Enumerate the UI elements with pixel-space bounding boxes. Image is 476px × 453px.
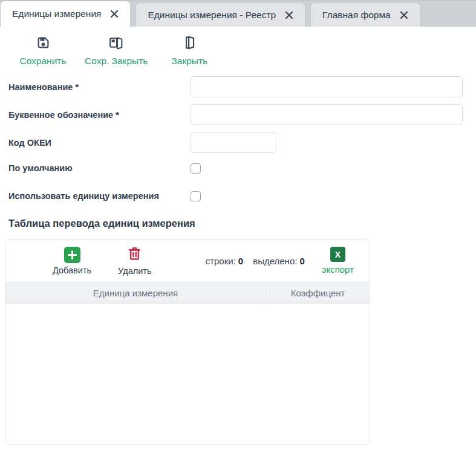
export-button[interactable]: X экспорт	[322, 247, 354, 275]
name-input[interactable]	[191, 76, 463, 97]
save-close-icon	[108, 34, 125, 53]
close-button[interactable]: Закрыть	[166, 34, 213, 67]
tab-label: Единицы измерения	[12, 8, 101, 19]
name-field-label: Наименование *	[8, 82, 191, 92]
selected-counter-value: 0	[299, 256, 304, 266]
grid-body-empty[interactable]	[5, 304, 370, 445]
action-toolbar: Сохранить Сохр. Закрыть Закрыть	[0, 27, 476, 73]
door-close-icon	[181, 34, 198, 53]
tab-bar: Единицы измерения Единицы измерения - Ре…	[0, 0, 476, 27]
tab-label: Единицы измерения - Реестр	[148, 10, 276, 21]
form-row: По умолчанию	[8, 160, 463, 177]
default-checkbox[interactable]	[191, 163, 201, 174]
tab-units-registry[interactable]: Единицы измерения - Реестр	[135, 2, 305, 27]
export-button-label: экспорт	[322, 264, 354, 275]
plus-icon	[64, 247, 80, 263]
grid-toolbar: Добавить Удалить строки:0 выделено:0 X	[5, 240, 370, 282]
add-row-button[interactable]: Добавить	[53, 247, 91, 275]
use-unit-checkbox[interactable]	[191, 191, 201, 201]
close-icon[interactable]	[400, 11, 408, 19]
okei-code-field-label: Код ОКЕИ	[8, 138, 191, 148]
save-button[interactable]: Сохранить	[19, 34, 67, 67]
letter-designation-input[interactable]	[191, 104, 463, 125]
rows-counter: строки:0	[206, 256, 244, 266]
close-icon[interactable]	[285, 11, 293, 19]
close-icon[interactable]	[110, 10, 119, 18]
form-row: Наименование *	[8, 76, 463, 97]
form-row: Код ОКЕИ	[8, 132, 463, 153]
tab-label: Главная форма	[322, 10, 391, 21]
use-unit-field-label: Использовать единицу измерения	[8, 191, 191, 201]
form-row: Буквенное обозначение *	[8, 104, 463, 125]
conversion-table-title: Таблица перевода единиц измерения	[8, 218, 476, 229]
default-field-label: По умолчанию	[8, 163, 191, 173]
trash-icon	[126, 246, 143, 264]
conversion-grid-panel: Добавить Удалить строки:0 выделено:0 X	[5, 239, 370, 445]
delete-row-button[interactable]: Удалить	[118, 246, 151, 276]
save-close-button-label: Сохр. Закрыть	[85, 56, 148, 67]
save-button-label: Сохранить	[19, 56, 66, 67]
excel-icon: X	[330, 247, 345, 262]
tab-units[interactable]: Единицы измерения	[0, 1, 131, 27]
close-button-label: Закрыть	[171, 56, 207, 67]
delete-row-button-label: Удалить	[118, 266, 151, 276]
tab-main-form[interactable]: Главная форма	[310, 2, 420, 27]
okei-code-input[interactable]	[191, 132, 276, 153]
column-header-coefficient[interactable]: Коэффицент	[266, 282, 370, 303]
save-icon	[35, 34, 51, 53]
selected-counter: выделено:0	[253, 256, 305, 266]
unit-form: Наименование * Буквенное обозначение * К…	[0, 73, 476, 204]
letter-designation-field-label: Буквенное обозначение *	[8, 110, 191, 120]
column-header-unit[interactable]: Единица измерения	[5, 288, 266, 298]
grid-header-row: Единица измерения Коэффицент	[5, 282, 370, 304]
selected-counter-label: выделено:	[253, 256, 297, 266]
add-row-button-label: Добавить	[53, 266, 91, 275]
rows-counter-label: строки:	[206, 256, 236, 266]
grid-counters: строки:0 выделено:0	[206, 256, 305, 266]
rows-counter-value: 0	[238, 256, 243, 266]
save-close-button[interactable]: Сохр. Закрыть	[85, 34, 148, 67]
form-row: Использовать единицу измерения	[8, 187, 463, 204]
